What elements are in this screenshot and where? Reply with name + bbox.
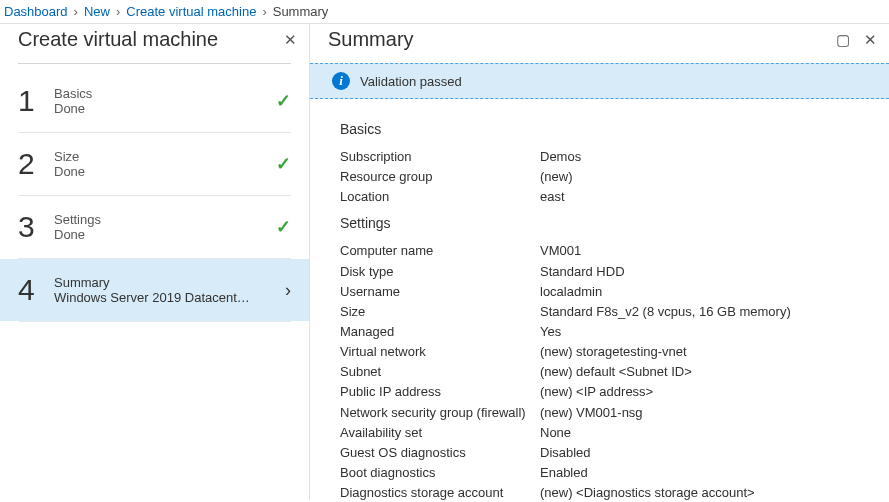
section-basics-title: Basics xyxy=(340,121,859,137)
row-nsg: Network security group (firewall)(new) V… xyxy=(340,403,859,423)
row-resource-group: Resource group(new) xyxy=(340,167,859,187)
validation-banner: i Validation passed xyxy=(310,63,889,99)
row-managed: ManagedYes xyxy=(340,322,859,342)
row-availability-set: Availability setNone xyxy=(340,423,859,443)
step-subtitle: Windows Server 2019 Datacent… xyxy=(54,290,285,305)
step-title: Summary xyxy=(54,275,285,290)
step-number: 1 xyxy=(18,84,54,118)
wizard-steps: 1 Basics Done ✓ 2 Size Done ✓ 3 xyxy=(0,63,309,322)
summary-panel: Summary ▢ ✕ i Validation passed Basics S… xyxy=(310,24,889,500)
step-title: Basics xyxy=(54,86,276,101)
summary-title: Summary xyxy=(328,28,414,51)
breadcrumb-dashboard[interactable]: Dashboard xyxy=(4,4,68,19)
row-computer-name: Computer nameVM001 xyxy=(340,241,859,261)
section-settings-title: Settings xyxy=(340,215,859,231)
close-icon[interactable]: ✕ xyxy=(864,32,877,47)
chevron-right-icon: › xyxy=(74,4,78,19)
breadcrumb-current: Summary xyxy=(273,4,329,19)
row-subnet: Subnet(new) default <Subnet ID> xyxy=(340,362,859,382)
row-disk-type: Disk typeStandard HDD xyxy=(340,262,859,282)
row-guest-os-diag: Guest OS diagnosticsDisabled xyxy=(340,443,859,463)
breadcrumb-create-vm[interactable]: Create virtual machine xyxy=(126,4,256,19)
step-number: 2 xyxy=(18,147,54,181)
row-boot-diag: Boot diagnosticsEnabled xyxy=(340,463,859,483)
close-icon[interactable]: ✕ xyxy=(284,32,297,47)
row-public-ip: Public IP address(new) <IP address> xyxy=(340,382,859,402)
step-subtitle: Done xyxy=(54,101,276,116)
row-location: Locationeast xyxy=(340,187,859,207)
row-diag-storage: Diagnostics storage account(new) <Diagno… xyxy=(340,483,859,500)
wizard-step-basics[interactable]: 1 Basics Done ✓ xyxy=(0,70,309,132)
restore-icon[interactable]: ▢ xyxy=(836,32,850,47)
row-username: Usernamelocaladmin xyxy=(340,282,859,302)
validation-text: Validation passed xyxy=(360,74,462,89)
chevron-right-icon: › xyxy=(285,280,291,301)
step-title: Settings xyxy=(54,212,276,227)
wizard-step-summary[interactable]: 4 Summary Windows Server 2019 Datacent… … xyxy=(0,259,309,321)
wizard-title: Create virtual machine xyxy=(18,28,218,51)
check-icon: ✓ xyxy=(276,90,291,112)
row-subscription: SubscriptionDemos xyxy=(340,147,859,167)
wizard-step-settings[interactable]: 3 Settings Done ✓ xyxy=(0,196,309,258)
step-title: Size xyxy=(54,149,276,164)
step-subtitle: Done xyxy=(54,227,276,242)
breadcrumb: Dashboard › New › Create virtual machine… xyxy=(0,0,889,24)
row-size: SizeStandard F8s_v2 (8 vcpus, 16 GB memo… xyxy=(340,302,859,322)
check-icon: ✓ xyxy=(276,153,291,175)
wizard-panel: Create virtual machine ✕ 1 Basics Done ✓… xyxy=(0,24,310,500)
wizard-step-size[interactable]: 2 Size Done ✓ xyxy=(0,133,309,195)
row-virtual-network: Virtual network(new) storagetesting-vnet xyxy=(340,342,859,362)
step-subtitle: Done xyxy=(54,164,276,179)
breadcrumb-new[interactable]: New xyxy=(84,4,110,19)
step-number: 3 xyxy=(18,210,54,244)
info-icon: i xyxy=(332,72,350,90)
step-number: 4 xyxy=(18,273,54,307)
chevron-right-icon: › xyxy=(262,4,266,19)
summary-content: Basics SubscriptionDemos Resource group(… xyxy=(310,99,889,500)
check-icon: ✓ xyxy=(276,216,291,238)
chevron-right-icon: › xyxy=(116,4,120,19)
